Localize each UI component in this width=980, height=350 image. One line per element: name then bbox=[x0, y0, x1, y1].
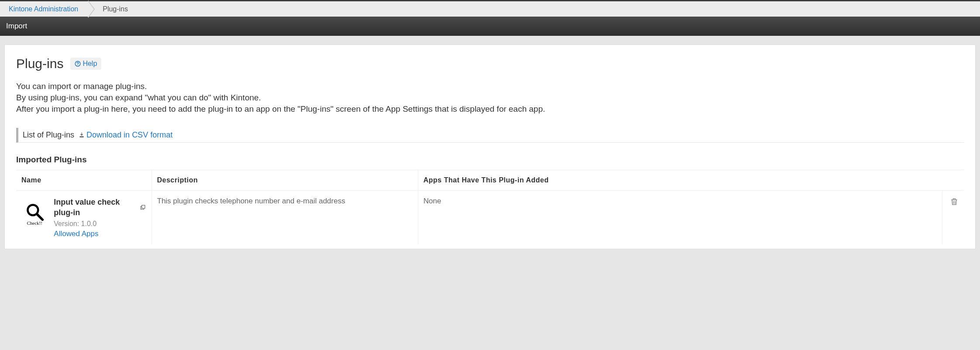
intro-text: You can import or manage plug-ins. By us… bbox=[16, 82, 964, 114]
breadcrumb: Kintone Administration Plug-ins bbox=[0, 0, 980, 17]
download-csv-link[interactable]: Download in CSV format bbox=[79, 130, 173, 140]
toolbar: Import bbox=[0, 17, 980, 36]
question-icon bbox=[75, 61, 81, 67]
import-button[interactable]: Import bbox=[6, 22, 27, 31]
plugin-icon-caption: Check!! bbox=[22, 220, 47, 226]
intro-line-1: You can import or manage plug-ins. bbox=[16, 82, 964, 91]
page-title: Plug-ins bbox=[16, 56, 63, 71]
help-link[interactable]: Help bbox=[70, 58, 101, 70]
allowed-apps-link[interactable]: Allowed Apps bbox=[54, 230, 146, 238]
table-row: Check!! Input value check plug-in Versio… bbox=[16, 191, 964, 244]
intro-line-3: After you import a plug-in here, you nee… bbox=[16, 104, 964, 114]
main-panel: Plug-ins Help You can import or manage p… bbox=[4, 45, 976, 249]
svg-point-1 bbox=[78, 65, 78, 65]
plugin-apps: None bbox=[418, 191, 942, 244]
delete-plugin-button[interactable] bbox=[950, 200, 959, 208]
download-csv-label: Download in CSV format bbox=[86, 130, 173, 140]
col-apps: Apps That Have This Plug-in Added bbox=[418, 170, 964, 191]
plugin-icon: Check!! bbox=[21, 197, 48, 226]
help-label: Help bbox=[83, 60, 97, 68]
list-section-label: List of Plug-ins bbox=[23, 130, 74, 140]
svg-line-4 bbox=[37, 214, 43, 220]
svg-rect-6 bbox=[142, 206, 145, 209]
plugins-table: Name Description Apps That Have This Plu… bbox=[16, 170, 964, 244]
download-icon bbox=[79, 132, 85, 139]
list-section-header: List of Plug-ins Download in CSV format bbox=[16, 128, 964, 143]
trash-icon bbox=[950, 197, 959, 206]
magnifier-check-icon bbox=[25, 202, 44, 221]
svg-rect-2 bbox=[79, 136, 83, 137]
imported-heading: Imported Plug-ins bbox=[16, 155, 964, 165]
col-name: Name bbox=[16, 170, 152, 191]
external-link-icon[interactable] bbox=[140, 204, 146, 211]
breadcrumb-current: Plug-ins bbox=[88, 1, 138, 17]
col-description: Description bbox=[152, 170, 418, 191]
breadcrumb-root[interactable]: Kintone Administration bbox=[0, 1, 88, 17]
plugin-name-text: Input value check plug-in bbox=[54, 197, 137, 218]
plugin-version: Version: 1.0.0 bbox=[54, 220, 146, 228]
plugin-description: This plugin checks telephone number and … bbox=[152, 191, 418, 244]
plugin-name: Input value check plug-in bbox=[54, 197, 146, 218]
intro-line-2: By using plug-ins, you can expand "what … bbox=[16, 93, 964, 103]
